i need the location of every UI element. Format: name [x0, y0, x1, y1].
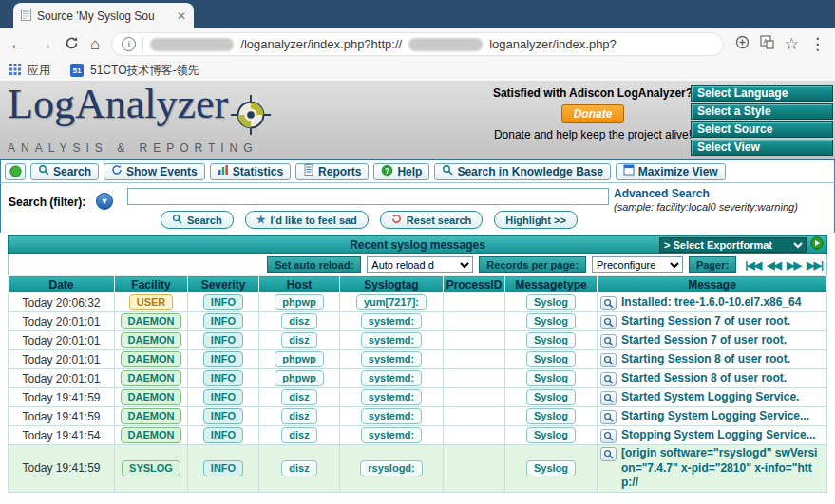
host-badge[interactable]: disz: [281, 389, 316, 405]
syslogtag-badge[interactable]: systemd:: [361, 389, 422, 405]
set-auto-reload-button[interactable]: Set auto reload:: [267, 256, 361, 273]
syslogtag-badge[interactable]: systemd:: [361, 332, 422, 348]
menu-help-button[interactable]: ?Help: [373, 163, 429, 180]
host-badge[interactable]: disz: [281, 408, 316, 424]
facility-badge[interactable]: USER: [129, 294, 174, 310]
message-detail-icon[interactable]: [600, 410, 617, 424]
host-badge[interactable]: disz: [281, 460, 316, 476]
severity-badge[interactable]: INFO: [203, 332, 243, 348]
message-detail-icon[interactable]: [600, 296, 617, 310]
pager-previous-icon[interactable]: ◀◀: [767, 259, 781, 271]
facility-badge[interactable]: DAEMON: [121, 370, 182, 386]
reset-search-button[interactable]: Reset search: [380, 211, 484, 229]
export-format-select[interactable]: > Select Exportformat: [659, 237, 807, 253]
messagetype-badge[interactable]: Syslog: [526, 408, 576, 424]
status-circle-button[interactable]: [5, 163, 26, 180]
extension-plug-icon[interactable]: [735, 35, 750, 53]
facility-badge[interactable]: DAEMON: [121, 408, 182, 424]
facility-badge[interactable]: SYSLOG: [122, 460, 180, 476]
auto-reload-select[interactable]: Auto reload d: [367, 256, 473, 273]
logo-link[interactable]: LogAnalyzer ANALYSIS & REPORTING: [8, 84, 272, 155]
bookmark-star-icon[interactable]: ☆: [785, 36, 799, 52]
severity-badge[interactable]: INFO: [203, 408, 243, 424]
facility-badge[interactable]: DAEMON: [121, 389, 182, 405]
select-style-button[interactable]: Select a Style: [691, 103, 833, 120]
messagetype-badge[interactable]: Syslog: [526, 370, 576, 386]
facility-badge[interactable]: DAEMON: [121, 427, 182, 443]
syslogtag-badge[interactable]: rsyslogd:: [360, 460, 423, 476]
message-detail-icon[interactable]: [600, 315, 617, 329]
host-badge[interactable]: phpwp: [275, 294, 323, 310]
host-badge[interactable]: disz: [281, 313, 316, 329]
messagetype-badge[interactable]: Syslog: [526, 313, 576, 329]
messagetype-badge[interactable]: Syslog: [526, 351, 576, 367]
messagetype-badge[interactable]: Syslog: [526, 460, 576, 476]
host-badge[interactable]: phpwp: [275, 370, 323, 386]
search-filter-input[interactable]: [127, 188, 609, 205]
severity-badge[interactable]: INFO: [203, 313, 243, 329]
message-detail-icon[interactable]: [600, 391, 617, 405]
host-badge[interactable]: disz: [281, 332, 316, 348]
refresh-icon[interactable]: [65, 36, 79, 53]
messagetype-badge[interactable]: Syslog: [526, 389, 576, 405]
col-processid[interactable]: ProcessID: [444, 276, 505, 293]
host-badge[interactable]: phpwp: [275, 351, 323, 367]
back-icon[interactable]: ←: [9, 36, 26, 52]
syslogtag-badge[interactable]: yum[7217]:: [356, 294, 427, 310]
severity-badge[interactable]: INFO: [203, 427, 243, 443]
menu-knowledge-base-button[interactable]: Search in Knowledge Base: [434, 163, 610, 180]
select-view-button[interactable]: Select View: [691, 140, 833, 156]
records-per-page-select[interactable]: Preconfigure: [592, 256, 683, 273]
severity-badge[interactable]: INFO: [203, 389, 243, 405]
donate-button[interactable]: Donate: [561, 104, 624, 123]
col-severity[interactable]: Severity: [188, 276, 259, 293]
menu-maximize-view-button[interactable]: Maximize View: [616, 163, 726, 180]
severity-badge[interactable]: INFO: [203, 460, 243, 476]
address-bar[interactable]: i /loganalyzer/index.php?http:// loganal…: [111, 32, 723, 56]
menu-statistics-button[interactable]: Statistics: [210, 163, 291, 180]
col-syslogtag[interactable]: Syslogtag: [340, 276, 444, 293]
search-submit-button[interactable]: Search: [161, 211, 234, 229]
severity-badge[interactable]: INFO: [203, 370, 243, 386]
syslogtag-badge[interactable]: systemd:: [361, 408, 422, 424]
syslogtag-badge[interactable]: systemd:: [361, 370, 422, 386]
select-source-button[interactable]: Select Source: [691, 121, 833, 138]
pager-last-icon[interactable]: ▶▶|: [807, 259, 823, 271]
messagetype-badge[interactable]: Syslog: [526, 294, 576, 310]
message-detail-icon[interactable]: [600, 334, 617, 348]
col-facility[interactable]: Facility: [115, 276, 188, 293]
home-icon[interactable]: ⌂: [90, 36, 100, 52]
col-message[interactable]: Message: [598, 276, 827, 293]
syslogtag-badge[interactable]: systemd:: [361, 427, 422, 443]
translate-icon[interactable]: A: [760, 35, 774, 53]
select-language-button[interactable]: Select Language: [691, 85, 833, 102]
page-info-icon[interactable]: i: [122, 37, 136, 51]
col-host[interactable]: Host: [259, 276, 340, 293]
message-detail-icon[interactable]: [600, 353, 617, 367]
tab-close-icon[interactable]: ✕: [177, 9, 186, 23]
filter-dropdown-button[interactable]: ▼: [96, 193, 113, 210]
severity-badge[interactable]: INFO: [203, 351, 243, 367]
browser-menu-icon[interactable]: ⋮: [809, 36, 826, 52]
menu-search-button[interactable]: Search: [30, 163, 99, 180]
apps-label[interactable]: 应用: [28, 63, 50, 79]
pager-next-icon[interactable]: ▶▶: [787, 259, 801, 271]
syslogtag-badge[interactable]: systemd:: [361, 351, 422, 367]
severity-badge[interactable]: INFO: [203, 294, 243, 310]
highlight-button[interactable]: Highlight >>: [494, 211, 578, 229]
menu-reports-button[interactable]: Reports: [295, 163, 369, 180]
col-messagetype[interactable]: Messagetype: [505, 276, 598, 293]
export-go-icon[interactable]: [810, 236, 824, 253]
browser-tab[interactable]: Source 'My Syslog Sou ✕: [13, 3, 194, 28]
facility-badge[interactable]: DAEMON: [121, 351, 182, 367]
facility-badge[interactable]: DAEMON: [121, 313, 182, 329]
message-detail-icon[interactable]: [600, 447, 617, 461]
host-badge[interactable]: disz: [281, 427, 316, 443]
col-date[interactable]: Date: [9, 276, 115, 293]
messagetype-badge[interactable]: Syslog: [526, 332, 576, 348]
pager-first-icon[interactable]: |◀◀: [745, 259, 761, 271]
messagetype-badge[interactable]: Syslog: [526, 427, 576, 443]
records-per-page-button[interactable]: Records per page:: [479, 256, 586, 273]
feel-sad-button[interactable]: ★I'd like to feel sad: [245, 211, 369, 229]
facility-badge[interactable]: DAEMON: [121, 332, 182, 348]
